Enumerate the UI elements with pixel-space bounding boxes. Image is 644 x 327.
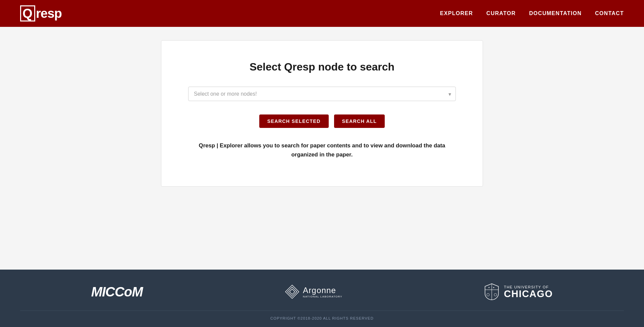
argonne-text: Argonne NATIONAL LABORATORY: [303, 286, 342, 298]
main-nav: EXPLORER CURATOR DOCUMENTATION CONTACT: [440, 10, 624, 16]
search-buttons: SEARCH SELECTED SEARCH ALL: [188, 114, 456, 128]
site-footer: MICCoM Argonne NATIONAL LABORATORY: [0, 270, 644, 327]
copyright-text: COPYRIGHT ©2018-2020 ALL RIGHTS RESERVED: [20, 311, 624, 320]
explorer-description: Qresp | Explorer allows you to search fo…: [188, 141, 456, 159]
nav-contact[interactable]: CONTACT: [595, 10, 624, 16]
search-selected-button[interactable]: SEARCH SELECTED: [259, 114, 329, 128]
main-content: Select Qresp node to search Select one o…: [0, 27, 644, 270]
node-select[interactable]: Select one or more nodes!: [188, 87, 456, 101]
svg-text:✦: ✦: [493, 286, 495, 289]
logo[interactable]: Qresp: [20, 5, 62, 21]
svg-point-7: [487, 293, 489, 296]
uchicago-logo[interactable]: ✦ ✦ THE UNIVERSITY OF CHICAGO: [484, 283, 553, 300]
uchicago-text: THE UNIVERSITY OF CHICAGO: [504, 285, 553, 299]
nav-explorer[interactable]: EXPLORER: [440, 10, 473, 16]
logo-rest: resp: [36, 6, 62, 20]
search-card: Select Qresp node to search Select one o…: [161, 40, 483, 187]
uchicago-chicago: CHICAGO: [504, 289, 553, 299]
footer-logos: MICCoM Argonne NATIONAL LABORATORY: [20, 283, 624, 300]
logo-q: Q: [20, 5, 35, 21]
svg-point-8: [494, 293, 497, 296]
site-header: Qresp EXPLORER CURATOR DOCUMENTATION CON…: [0, 0, 644, 27]
svg-text:✦: ✦: [488, 286, 490, 289]
miccom-text: MICCoM: [91, 284, 143, 299]
node-select-wrapper: Select one or more nodes! ▾: [188, 87, 456, 101]
argonne-name: Argonne: [303, 286, 336, 295]
nav-documentation[interactable]: DOCUMENTATION: [529, 10, 582, 16]
uchicago-shield-icon: ✦ ✦: [484, 283, 499, 300]
miccom-logo[interactable]: MICCoM: [91, 284, 143, 299]
svg-marker-2: [289, 289, 295, 294]
argonne-logo[interactable]: Argonne NATIONAL LABORATORY: [285, 284, 342, 299]
argonne-sub: NATIONAL LABORATORY: [303, 295, 342, 298]
card-title: Select Qresp node to search: [188, 61, 456, 73]
argonne-diamond-icon: [285, 284, 300, 299]
nav-curator[interactable]: CURATOR: [486, 10, 516, 16]
search-all-button[interactable]: SEARCH ALL: [334, 114, 385, 128]
